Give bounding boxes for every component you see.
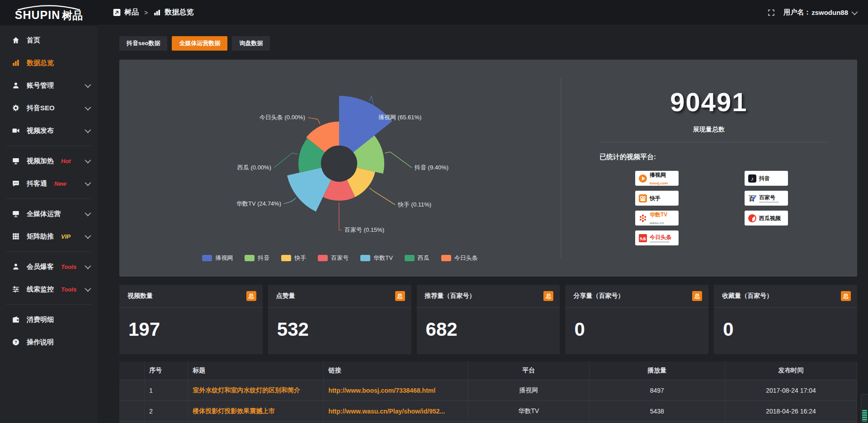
sidebar-badge-hot: Hot	[61, 158, 71, 164]
platform-badge-boosj[interactable]: 播视网boosj.com	[635, 171, 679, 186]
legend-item-今日头条[interactable]: 今日头条	[441, 254, 478, 262]
breadcrumb-current: 数据总览	[165, 8, 193, 17]
pie-label-今日头条: 今日头条 (0.00%)	[259, 114, 305, 121]
platform-badge-wasu[interactable]: 华数TVwasu.cn	[635, 211, 679, 226]
legend-item-快手[interactable]: 快手	[281, 254, 306, 262]
sidebar-divider	[6, 198, 91, 199]
legend-label: 今日头条	[454, 254, 478, 262]
svg-text:?: ?	[14, 340, 17, 344]
platform-badge-column-right: ♪抖音百百家号西瓜视频	[745, 171, 788, 226]
legend-item-抖音[interactable]: 抖音	[245, 254, 269, 262]
sidebar-item-member-baoke[interactable]: 会员爆客Tools	[0, 255, 98, 278]
platform-badge-name: 西瓜视频	[759, 215, 781, 221]
chart-legend: 播视网抖音快手百家号华数TV西瓜今日头条	[119, 254, 561, 262]
sidebar-item-home[interactable]: 首页	[0, 29, 98, 52]
platform-badge-name: 百家号	[759, 194, 775, 201]
chevron-down-icon	[851, 9, 858, 15]
stat-card-label: 点赞量	[276, 292, 295, 300]
app-shell: SHUPIN树品 树品 > 数据总览 用户名：zswodun88 首页数据总览	[0, 0, 868, 423]
total-badge[interactable]: 总	[543, 291, 553, 301]
stat-card-value: 197	[119, 308, 263, 340]
breadcrumb-root[interactable]: 树品	[124, 8, 139, 17]
platforms-label: 已统计的视频平台:	[599, 153, 656, 161]
sidebar-item-clue-monitor[interactable]: 线索监控Tools	[0, 278, 98, 301]
tab-media-operation-data[interactable]: 全媒体运营数据	[172, 36, 227, 51]
platform-badge-name: 快手	[650, 195, 660, 202]
tab-inquiry-data[interactable]: 询盘数据	[232, 36, 270, 51]
logo: SHUPIN树品	[0, 0, 98, 25]
user-menu[interactable]: 用户名：zswodun88	[783, 8, 856, 17]
legend-label: 快手	[294, 254, 306, 262]
total-badge[interactable]: 总	[395, 291, 405, 301]
cell-plays: 8497	[589, 380, 725, 401]
stat-card-like-count: 点赞量总532	[268, 285, 411, 354]
scroll-gadget[interactable]	[861, 394, 868, 423]
total-badge[interactable]: 总	[246, 291, 256, 301]
sidebar-item-data-overview[interactable]: 数据总览	[0, 52, 98, 74]
platform-badge-xigua[interactable]: 西瓜视频	[745, 211, 788, 226]
table-header-checkbox	[119, 362, 144, 380]
monitor-icon	[12, 157, 20, 165]
table-row-partial	[119, 422, 857, 423]
sidebar-item-label: 操作说明	[27, 338, 54, 347]
table-header-6: 发布时间	[725, 362, 857, 380]
chevron-down-icon	[85, 127, 91, 133]
legend-swatch	[405, 255, 415, 261]
platform-badge-baijiahao[interactable]: 百百家号	[745, 191, 788, 206]
cell-link[interactable]: http://www.boosj.com/7338468.html	[324, 380, 468, 401]
chevron-down-icon	[85, 157, 91, 164]
stat-card-value: 532	[268, 308, 411, 340]
breadcrumb-separator: >	[144, 9, 148, 16]
sidebar-divider	[6, 304, 91, 305]
legend-item-百家号[interactable]: 百家号	[318, 254, 349, 262]
tab-douyin-seo-data[interactable]: 抖音seo数据	[119, 36, 167, 51]
chevron-down-icon	[85, 82, 91, 88]
sidebar-item-label: 首页	[27, 36, 40, 45]
cell-index: 1	[144, 380, 188, 401]
table-header-4: 平台	[468, 362, 590, 380]
platform-badge-kuaishou[interactable]: 快手	[635, 191, 679, 206]
video-table: 序号标题链接平台播放量发布时间 1室外水纹灯和室内水纹灯的区别和简介http:/…	[119, 362, 857, 423]
table-header-1: 序号	[144, 362, 188, 380]
cell-link[interactable]: http://www.wasu.cn/Play/show/id/952...	[324, 401, 468, 422]
legend-swatch	[281, 255, 291, 261]
platform-badge-slogan-bar	[650, 241, 670, 243]
sidebar-item-label: 视频发布	[27, 127, 54, 135]
pie-label-西瓜: 西瓜 (0.00%)	[237, 164, 271, 171]
legend-label: 百家号	[331, 254, 349, 262]
platform-badge-douyin[interactable]: ♪抖音	[745, 171, 788, 186]
grid-icon	[12, 232, 20, 240]
platform-badge-sub: wasu.cn	[650, 221, 664, 225]
sidebar-item-help[interactable]: ?操作说明	[0, 331, 98, 353]
kuaishou-logo	[638, 194, 647, 203]
username-value: zswodun88	[811, 9, 848, 16]
sidebar-item-consume-detail[interactable]: 消费明细	[0, 308, 98, 331]
sidebar-item-video-heat[interactable]: 视频加热Hot	[0, 150, 98, 172]
total-badge[interactable]: 总	[692, 291, 702, 301]
sidebar-item-label: 账号管理	[27, 81, 54, 90]
sidebar-item-label: 线索监控	[27, 285, 54, 294]
legend-item-播视网[interactable]: 播视网	[202, 254, 233, 262]
breadcrumb: 树品 > 数据总览	[113, 8, 193, 17]
sidebar-divider	[6, 146, 91, 146]
legend-item-华数TV[interactable]: 华数TV	[360, 254, 393, 262]
sidebar-item-douyin-seo[interactable]: 抖音SEO	[0, 97, 98, 119]
sidebar: 首页数据总览账号管理抖音SEO视频发布视频加热Hot抖客通New全媒体运营矩阵助…	[0, 25, 98, 423]
platform-badge-column-left: 播视网boosj.com快手华数TVwasu.cn头条今日头条	[635, 171, 679, 245]
sidebar-item-matrix-boost[interactable]: 矩阵助推VIP	[0, 225, 98, 248]
fullscreen-icon[interactable]	[767, 9, 775, 17]
sidebar-item-douketong[interactable]: 抖客通New	[0, 172, 98, 195]
sidebar-item-media-operation[interactable]: 全媒体运营	[0, 202, 98, 225]
pie-leader-line	[369, 188, 395, 205]
legend-item-西瓜[interactable]: 西瓜	[405, 254, 429, 262]
stat-card-video-count: 视频数量总197	[119, 285, 263, 354]
sidebar-item-label: 全媒体运营	[27, 210, 61, 218]
cell-title[interactable]: 室外水纹灯和室内水纹灯的区别和简介	[188, 380, 324, 401]
total-badge[interactable]: 总	[841, 291, 851, 301]
video-icon	[12, 127, 20, 135]
sidebar-item-video-publish[interactable]: 视频发布	[0, 119, 98, 142]
platform-badge-toutiao[interactable]: 头条今日头条	[635, 230, 679, 245]
cell-title[interactable]: 楼体投影灯投影效果震撼上市	[188, 401, 324, 422]
sidebar-item-account-manage[interactable]: 账号管理	[0, 74, 98, 97]
platform-badge-name: 抖音	[759, 175, 770, 182]
